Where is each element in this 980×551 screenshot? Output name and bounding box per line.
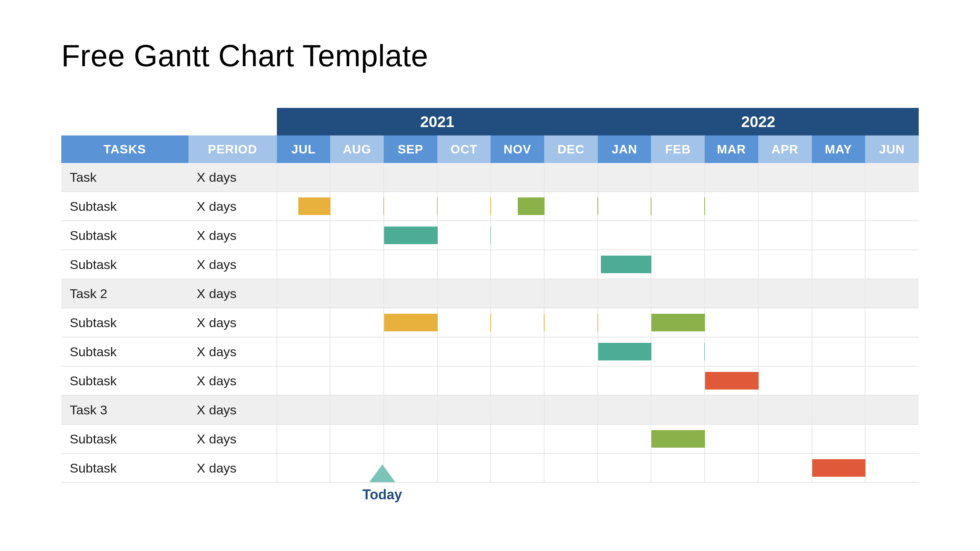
table-row: SubtaskX days	[61, 424, 919, 453]
today-marker: Today	[362, 483, 402, 503]
gantt-cell	[384, 424, 437, 453]
gantt-cell	[330, 424, 384, 453]
gantt-cell	[384, 221, 437, 250]
table-row: SubtaskX days	[61, 366, 919, 395]
slide: Free Gantt Chart Template 20212022TASKSP…	[0, 0, 980, 551]
gantt-cell	[705, 221, 758, 250]
gantt-cell	[384, 337, 437, 366]
gantt-cell	[437, 250, 491, 279]
header-month-aug: AUG	[330, 135, 384, 163]
gantt-cell	[437, 424, 491, 453]
gantt-cell	[705, 163, 758, 192]
gantt-cell	[598, 221, 651, 250]
task-name-cell: Task	[61, 163, 188, 192]
gantt-cell	[277, 163, 330, 192]
gantt-cell	[812, 453, 865, 483]
gantt-cell	[705, 279, 758, 308]
gantt-cell	[865, 163, 919, 192]
gantt-cell	[651, 308, 705, 337]
header-month-jul: JUL	[277, 135, 330, 163]
task-period-cell: X days	[188, 163, 277, 192]
header-month-jun: JUN	[865, 135, 919, 163]
gantt-cell	[651, 366, 705, 395]
gantt-cell	[330, 308, 384, 337]
header-tasks: TASKS	[61, 135, 188, 163]
gantt-cell	[330, 221, 384, 250]
gantt-cell	[437, 366, 491, 395]
gantt-cell	[812, 337, 865, 366]
gantt-cell	[865, 308, 919, 337]
gantt-cell	[277, 308, 330, 337]
task-period-cell: X days	[188, 366, 277, 395]
task-name-cell: Subtask	[61, 308, 188, 337]
gantt-cell	[384, 163, 437, 192]
gantt-cell	[758, 366, 812, 395]
gantt-cell	[491, 453, 544, 483]
gantt-cell	[812, 192, 865, 221]
table-row: SubtaskX days	[61, 192, 919, 221]
table-row: SubtaskX days	[61, 250, 919, 279]
gantt-cell	[544, 453, 598, 483]
gantt-cell	[491, 337, 544, 366]
gantt-cell	[384, 366, 437, 395]
gantt-cell	[865, 424, 919, 453]
gantt-cell	[491, 192, 544, 221]
gantt-cell	[865, 279, 919, 308]
header-period: PERIOD	[188, 135, 277, 163]
gantt-cell	[705, 424, 758, 453]
gantt-cell	[651, 192, 705, 221]
year-row-blank	[61, 108, 277, 135]
gantt-cell	[384, 250, 437, 279]
gantt-cell	[491, 221, 544, 250]
task-period-cell: X days	[188, 250, 277, 279]
today-triangle-icon	[369, 465, 395, 482]
gantt-cell	[705, 453, 758, 483]
header-month-oct: OCT	[437, 135, 491, 163]
gantt-cell	[544, 337, 598, 366]
gantt-cell	[598, 192, 651, 221]
gantt-cell	[651, 395, 705, 424]
task-name-cell: Subtask	[61, 221, 188, 250]
gantt-cell	[598, 337, 651, 366]
gantt-cell	[651, 221, 705, 250]
gantt-cell	[812, 250, 865, 279]
gantt-cell	[865, 337, 919, 366]
gantt-cell	[758, 192, 812, 221]
gantt-cell	[758, 163, 812, 192]
header-month-mar: MAR	[705, 135, 758, 163]
gantt-cell	[384, 279, 437, 308]
gantt-cell	[437, 395, 491, 424]
task-period-cell: X days	[188, 337, 277, 366]
gantt-cell	[812, 366, 865, 395]
table-row: Task 2X days	[61, 279, 919, 308]
gantt-cell	[330, 163, 384, 192]
gantt-cell	[437, 279, 491, 308]
year-2021: 2021	[277, 108, 598, 135]
header-month-apr: APR	[758, 135, 812, 163]
gantt-cell	[651, 279, 705, 308]
task-period-cell: X days	[188, 453, 277, 483]
gantt-cell	[651, 250, 705, 279]
task-period-cell: X days	[188, 308, 277, 337]
table-row: SubtaskX days	[61, 308, 919, 337]
year-2022: 2022	[598, 108, 919, 135]
gantt-cell	[384, 308, 437, 337]
gantt-cell	[330, 366, 384, 395]
gantt-cell	[277, 337, 330, 366]
gantt-cell	[491, 424, 544, 453]
gantt-cell	[491, 279, 544, 308]
gantt-cell	[384, 192, 437, 221]
gantt-cell	[812, 279, 865, 308]
gantt-cell	[812, 163, 865, 192]
gantt-cell	[651, 424, 705, 453]
gantt-bar	[601, 256, 651, 273]
gantt-cell	[544, 308, 598, 337]
gantt-cell	[651, 453, 705, 483]
gantt-cell	[758, 279, 812, 308]
header-month-sep: SEP	[384, 135, 437, 163]
task-name-cell: Subtask	[61, 453, 188, 483]
gantt-cell	[277, 250, 330, 279]
gantt-cell	[544, 395, 598, 424]
gantt-cell	[705, 337, 758, 366]
gantt-cell	[277, 279, 330, 308]
